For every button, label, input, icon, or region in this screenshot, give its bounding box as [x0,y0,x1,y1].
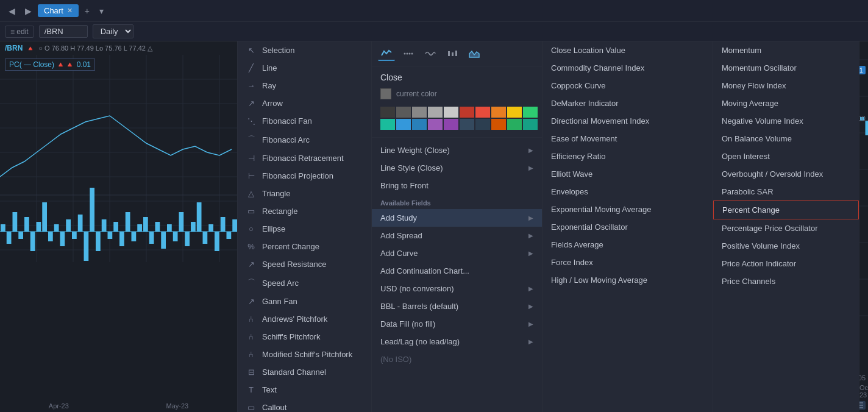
edit-button[interactable]: ≡ edit [5,26,34,38]
line-style-icon[interactable] [378,46,395,61]
study-left-directional-movement-index[interactable]: Directional Movement Index [542,112,713,130]
arrow-icon: ↗ [246,99,256,108]
drawing-tool-gann-fan[interactable]: ↗Gann Fan [238,293,371,310]
tab-dropdown-button[interactable]: ▾ [96,4,107,18]
submenu-add-spread[interactable]: Add Spread▶ [372,227,542,244]
study-left-ease-of-movement[interactable]: Ease of Movement [542,130,713,147]
study-left-force-index[interactable]: Force Index [542,254,713,271]
color-cell-14[interactable] [444,119,458,130]
drawing-tool-speed-resistance[interactable]: ↗Speed Resistance [238,255,371,273]
add-tab-button[interactable]: + [81,4,93,18]
bar-style-icon[interactable] [444,46,461,61]
color-cell-2[interactable] [412,107,427,118]
study-left-commodity-channel-index[interactable]: Commodity Channel Index [542,59,713,77]
study-right-money-flow-index[interactable]: Money Flow Index [713,77,859,94]
drawing-tool-selection[interactable]: ↖Selection [238,41,371,59]
submenu-add-continuation[interactable]: Add Continuation Chart... [372,262,542,280]
study-left-envelopes[interactable]: Envelopes [542,183,713,201]
drawing-tool-fibonacci-arc[interactable]: ⌒Fibonacci Arc [238,130,371,149]
drawing-tool-fibonacci-fan[interactable]: ⋱Fibonacci Fan [238,112,371,130]
study-left-close-location-value[interactable]: Close Location Value [542,41,713,59]
submenu-add-study[interactable]: Add Study▶ [372,209,542,227]
drawing-tool-line[interactable]: ╱Line [238,59,371,77]
color-cell-12[interactable] [412,119,427,130]
close-location-value-label: Close Location Value [551,46,625,55]
drawing-tool-fibonacci-projection[interactable]: ⊢Fibonacci Projection [238,167,371,185]
drawing-tool-speed-arc[interactable]: ⌒Speed Arc [238,273,371,293]
period-select[interactable]: Daily [93,24,133,38]
study-left-efficiency-ratio[interactable]: Efficiency Ratio [542,147,713,165]
drawing-tool-ray[interactable]: →Ray [238,77,371,94]
color-cell-17[interactable] [491,119,506,130]
study-right-momentum-oscillator[interactable]: Momentum Oscillator [713,59,859,77]
study-right-percent-change[interactable]: Percent Change [713,201,859,219]
current-color-swatch[interactable] [380,88,391,99]
style-menu-line-style[interactable]: Line Style (Close)▶ [372,159,542,177]
study-right-negative-volume-index[interactable]: Negative Volume Index [713,112,859,130]
color-cell-19[interactable] [523,119,538,130]
drawing-tool-schiffs-pitchfork[interactable]: ⑃Schiff's Pitchfork [238,328,371,346]
submenu-no-iso[interactable]: (No ISO) [372,350,542,368]
drawing-tool-arrow[interactable]: ↗Arrow [238,94,371,112]
style-menu-line-weight[interactable]: Line Weight (Close)▶ [372,141,542,159]
submenu-data-fill[interactable]: Data Fill (no fill)▶ [372,315,542,333]
back-button[interactable]: ◀ [5,4,19,18]
submenu-lead-lag[interactable]: Lead/Lag (no lead/lag)▶ [372,333,542,350]
study-left-exponential-oscillator[interactable]: Exponential Oscillator [542,218,713,236]
submenu-usd[interactable]: USD (no conversion)▶ [372,280,542,297]
color-cell-9[interactable] [523,107,538,118]
color-cell-0[interactable] [380,107,395,118]
study-right-price-channels[interactable]: Price Channels [713,272,859,290]
wave-style-icon[interactable] [422,46,439,61]
color-cell-5[interactable] [460,107,474,118]
color-cell-18[interactable] [507,119,522,130]
style-menu-bring-to-front[interactable]: Bring to Front [372,177,542,194]
study-right-overbought-oversold-index[interactable]: Overbought / Oversold Index [713,165,859,183]
color-cell-8[interactable] [507,107,522,118]
study-left-exponential-moving-average[interactable]: Exponential Moving Average [542,201,713,218]
study-right-moving-average[interactable]: Moving Average [713,94,859,112]
study-right-positive-volume-index[interactable]: Positive Volume Index [713,237,859,255]
submenu-bbl[interactable]: BBL - Barrels (default)▶ [372,297,542,315]
submenu-add-curve[interactable]: Add Curve▶ [372,244,542,262]
color-cell-4[interactable] [444,107,458,118]
study-right-on-balance-volume[interactable]: On Balance Volume [713,130,859,147]
color-cell-6[interactable] [475,107,490,118]
color-cell-15[interactable] [460,119,474,130]
study-left-fields-average[interactable]: Fields Average [542,236,713,254]
study-left-demarker-indicator[interactable]: DeMarker Indicator [542,94,713,112]
area-style-icon[interactable] [466,46,483,61]
dot-style-icon[interactable] [400,46,417,61]
color-cell-7[interactable] [491,107,506,118]
color-cell-11[interactable] [396,119,411,130]
study-right-price-action-indicator[interactable]: Price Action Indicator [713,255,859,272]
study-right-momentum[interactable]: Momentum [713,41,859,59]
drawing-tool-callout[interactable]: ▭Callout [238,399,371,412]
study-right-percentage-price-oscillator[interactable]: Percentage Price Oscillator [713,219,859,237]
drawing-tool-standard-channel[interactable]: ⊟Standard Channel [238,363,371,381]
drawing-tool-andrews-pitchfork[interactable]: ⑃Andrews' Pitchfork [238,310,371,328]
color-cell-1[interactable] [396,107,411,118]
tab-close-button[interactable]: ✕ [67,7,73,15]
drawing-tool-triangle[interactable]: △Triangle [238,185,371,202]
drawing-tool-ellipse[interactable]: ○Ellipse [238,220,371,238]
study-right-open-interest[interactable]: Open Interest [713,147,859,165]
study-left-coppock-curve[interactable]: Coppock Curve [542,77,713,94]
resize-handle[interactable] [859,401,866,410]
drawing-tool-rectangle[interactable]: ▭Rectangle [238,202,371,220]
drawing-tool-percent-change[interactable]: %Percent Change [238,238,371,255]
study-left-elliott-wave[interactable]: Elliott Wave [542,165,713,183]
color-cell-3[interactable] [428,107,443,118]
forward-button[interactable]: ▶ [21,4,35,18]
color-cell-16[interactable] [475,119,490,130]
chart-tab[interactable]: Chart ✕ [38,4,79,17]
drawing-tool-text[interactable]: TText [238,381,371,399]
color-cell-13[interactable] [428,119,443,130]
color-cell-10[interactable] [380,119,395,130]
study-right-parabolic-sar[interactable]: Parabolic SAR [713,183,859,201]
drawing-tool-fibonacci-retracement[interactable]: ⊣Fibonacci Retracement [238,149,371,167]
study-left-high-low-moving-average[interactable]: High / Low Moving Average [542,271,713,289]
studies-panel-left: Close Location ValueCommodity Channel In… [542,41,713,412]
symbol-input[interactable] [39,25,88,38]
drawing-tool-modified-schiffs-pitchfork[interactable]: ⑃Modified Schiff's Pitchfork [238,346,371,363]
